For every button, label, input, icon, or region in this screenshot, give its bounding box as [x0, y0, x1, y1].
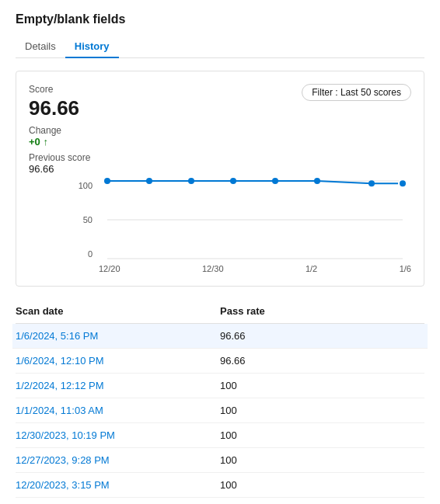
table-row: 1/1/2024, 11:03 AM 100: [16, 398, 424, 423]
chart-point: [368, 180, 375, 186]
prev-value: 96.66: [29, 163, 90, 175]
scan-date-link[interactable]: 12/30/2023, 10:19 PM: [16, 429, 220, 441]
y-axis-50: 50: [83, 215, 93, 224]
chart-point-active: [399, 179, 407, 187]
chart-card: Score 96.66 Change +0 ↑ Previous score 9…: [16, 71, 424, 287]
x-label-1230: 12/30: [202, 264, 224, 273]
col-header-pass: Pass rate: [220, 305, 424, 317]
pass-rate-value: 100: [220, 405, 424, 416]
scan-date-link[interactable]: 1/6/2024, 5:16 PM: [16, 330, 220, 342]
chart-point: [230, 178, 236, 184]
table-row: 1/6/2024, 5:16 PM 96.66: [12, 324, 428, 349]
chart-point: [146, 178, 152, 184]
col-header-date: Scan date: [16, 305, 220, 317]
scan-date-link[interactable]: 1/6/2024, 12:10 PM: [16, 355, 220, 367]
chart-point: [314, 178, 320, 184]
y-axis-100: 100: [79, 181, 93, 190]
pass-rate-value: 100: [220, 479, 424, 491]
scan-date-link[interactable]: 1/1/2024, 11:03 AM: [16, 405, 220, 416]
tab-details[interactable]: Details: [16, 36, 65, 58]
page-title: Empty/blank fields: [16, 12, 424, 26]
pass-rate-value: 100: [220, 429, 424, 441]
line-chart: [99, 181, 411, 259]
table-row: 12/20/2023, 3:15 PM 100: [16, 473, 424, 498]
scan-date-link[interactable]: 1/2/2024, 12:12 PM: [16, 380, 220, 391]
y-axis-0: 0: [88, 249, 93, 259]
filter-button[interactable]: Filter : Last 50 scores: [302, 84, 411, 101]
tab-bar: Details History: [16, 36, 424, 58]
pass-rate-value: 100: [220, 380, 424, 391]
score-label: Score: [29, 84, 90, 95]
table-row: 12/30/2023, 10:19 PM 100: [16, 423, 424, 448]
pass-rate-value: 96.66: [220, 330, 424, 342]
table-row: 1/2/2024, 12:12 PM 100: [16, 374, 424, 398]
pass-rate-value: 96.66: [220, 355, 424, 367]
scan-date-link[interactable]: 12/20/2023, 3:15 PM: [16, 479, 220, 491]
x-label-1220: 12/20: [99, 264, 120, 273]
table-row: 12/27/2023, 9:28 PM 100: [16, 448, 424, 473]
table-header: Scan date Pass rate: [16, 302, 424, 324]
score-value: 96.66: [29, 96, 90, 120]
pass-rate-value: 100: [220, 454, 424, 466]
change-label: Change: [29, 125, 90, 136]
scan-date-link[interactable]: 12/27/2023, 9:28 PM: [16, 454, 220, 466]
table-row: 1/6/2024, 12:10 PM 96.66: [16, 349, 424, 374]
x-label-12: 1/2: [306, 264, 317, 273]
tab-history[interactable]: History: [65, 36, 119, 58]
chart-point: [272, 178, 278, 184]
chart-point: [104, 178, 110, 184]
x-label-16: 1/6: [400, 264, 411, 273]
change-value: +0 ↑: [29, 136, 90, 148]
chart-point: [188, 178, 194, 184]
scan-history-table: Scan date Pass rate 1/6/2024, 5:16 PM 96…: [16, 302, 424, 498]
prev-label: Previous score: [29, 152, 90, 163]
